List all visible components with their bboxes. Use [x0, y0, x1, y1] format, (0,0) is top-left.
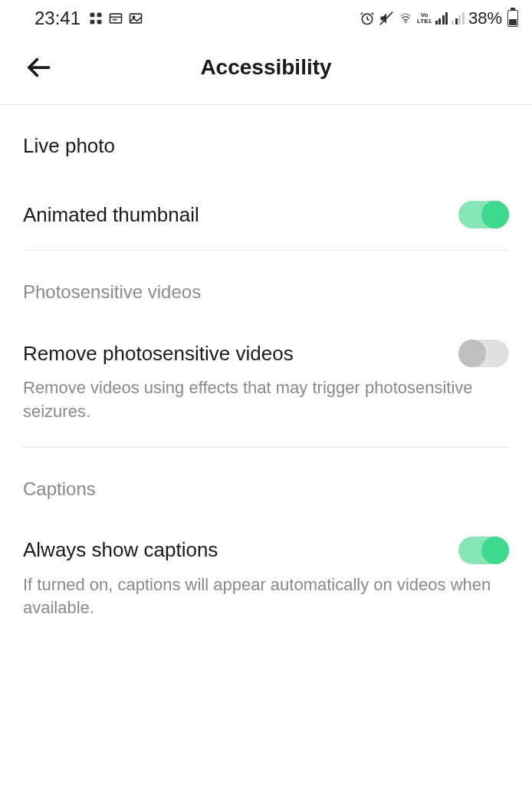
status-bar-right: Vo LTE1 38%: [360, 8, 518, 28]
svg-point-11: [405, 21, 406, 23]
battery-icon: [507, 10, 518, 27]
image-icon: [128, 11, 143, 26]
mute-icon: [379, 11, 394, 26]
signal-bars-1: [435, 12, 448, 25]
volte-label: Vo LTE1: [417, 12, 432, 25]
animated-thumbnail-toggle[interactable]: [458, 201, 509, 228]
captions-toggle[interactable]: [458, 537, 509, 564]
lte-text: LTE1: [417, 18, 432, 25]
svg-rect-2: [90, 20, 95, 25]
photosensitive-row[interactable]: Remove photosensitive videos: [23, 318, 509, 376]
live-photo-label: Live photo: [23, 134, 115, 158]
captions-row[interactable]: Always show captions: [23, 515, 509, 573]
section-captions: Captions: [23, 448, 509, 507]
setting-captions: Always show captions If turned on, capti…: [23, 507, 509, 644]
setting-live-photo[interactable]: Live photo: [23, 105, 509, 179]
svg-rect-3: [97, 20, 102, 25]
status-time: 23:41: [34, 8, 80, 29]
status-bar-left: 23:41: [34, 8, 143, 29]
back-arrow-icon: [25, 54, 52, 81]
wifi-icon: [398, 11, 413, 26]
battery-percent: 38%: [468, 8, 502, 28]
section-photosensitive: Photosensitive videos: [23, 251, 509, 310]
photosensitive-toggle[interactable]: [458, 340, 509, 367]
captions-label: Always show captions: [23, 538, 218, 562]
status-icons-left: [88, 11, 143, 26]
animated-thumbnail-label: Animated thumbnail: [23, 203, 199, 227]
captions-description: If turned on, captions will appear autom…: [23, 573, 509, 644]
signal-bars-2: [452, 12, 465, 25]
back-button[interactable]: [23, 52, 54, 83]
settings-content: Live photo Animated thumbnail Photosensi…: [0, 105, 532, 643]
svg-rect-1: [97, 13, 102, 18]
page-title: Accessibility: [200, 55, 331, 80]
svg-rect-4: [110, 14, 122, 23]
setting-animated-thumbnail[interactable]: Animated thumbnail: [23, 179, 509, 250]
alarm-icon: [360, 11, 375, 26]
photosensitive-description: Remove videos using effects that may tri…: [23, 376, 509, 447]
photosensitive-label: Remove photosensitive videos: [23, 342, 294, 366]
news-icon: [108, 11, 123, 26]
svg-rect-0: [90, 13, 95, 18]
status-bar: 23:41 Vo LTE1: [0, 0, 532, 37]
page-header: Accessibility: [0, 37, 532, 105]
setting-photosensitive-videos: Remove photosensitive videos Remove vide…: [23, 310, 509, 447]
slack-icon: [88, 11, 103, 26]
